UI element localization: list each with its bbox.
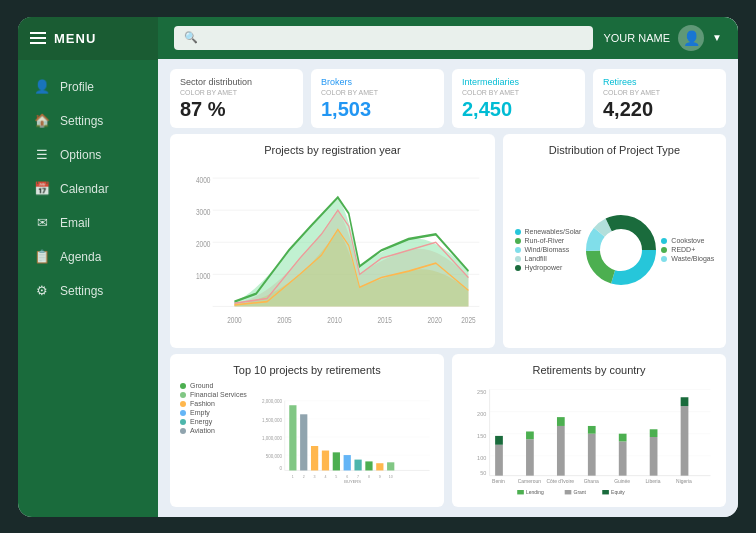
- legend-dot: [180, 392, 186, 398]
- sidebar-item-settings2[interactable]: ⚙ Settings: [18, 274, 158, 308]
- svg-text:Equity: Equity: [611, 491, 625, 496]
- svg-text:Benin: Benin: [492, 479, 505, 484]
- legend-dot: [180, 410, 186, 416]
- legend-item: Empty: [180, 409, 247, 416]
- legend-item: REDD+: [661, 246, 714, 253]
- line-chart-area: 4000 3000 2000 1000 2000 2005 2010 2015 …: [180, 162, 485, 339]
- legend-item: Landfill: [515, 255, 582, 262]
- donut-legend: Renewables/Solar Run-of-River Wind/Bioma…: [515, 228, 582, 271]
- legend-dot: [515, 229, 521, 235]
- user-menu-icon[interactable]: ▼: [712, 32, 722, 43]
- top10-chart-card: Top 10 projects by retirements Ground Fi…: [170, 354, 444, 506]
- hamburger-icon[interactable]: [30, 32, 46, 44]
- sidebar-item-label: Calendar: [60, 182, 109, 196]
- sidebar: MENU 👤 Profile 🏠 Settings ☰ Options 📅 Ca…: [18, 17, 158, 517]
- kpi-label-sector: Sector distribution: [180, 77, 293, 87]
- legend-item: Ground: [180, 382, 247, 389]
- svg-rect-73: [619, 434, 627, 442]
- svg-text:1,000,000: 1,000,000: [262, 436, 283, 441]
- svg-rect-66: [526, 439, 534, 475]
- svg-text:200: 200: [477, 411, 486, 417]
- svg-text:8: 8: [368, 475, 370, 479]
- sidebar-title: MENU: [54, 31, 96, 46]
- legend-dot: [661, 247, 667, 253]
- svg-text:BUYERS: BUYERS: [344, 479, 361, 484]
- profile-icon: 👤: [34, 79, 50, 95]
- svg-rect-65: [495, 436, 503, 445]
- svg-text:2,000,000: 2,000,000: [262, 400, 283, 405]
- kpi-sublabel-brokers: COLOR BY AMET: [321, 89, 434, 96]
- svg-text:2010: 2010: [327, 314, 342, 325]
- kpi-card-intermediaries: Intermediaries COLOR BY AMET 2,450: [452, 69, 585, 128]
- kpi-card-brokers: Brokers COLOR BY AMET 1,503: [311, 69, 444, 128]
- svg-rect-85: [517, 490, 524, 494]
- sidebar-nav: 👤 Profile 🏠 Settings ☰ Options 📅 Calenda…: [18, 60, 158, 308]
- svg-text:6: 6: [346, 475, 348, 479]
- svg-rect-77: [681, 397, 689, 406]
- donut-chart-area: Renewables/Solar Run-of-River Wind/Bioma…: [513, 162, 716, 339]
- line-chart-card: Projects by registration year 4000 3000 …: [170, 134, 495, 349]
- svg-text:2005: 2005: [277, 314, 292, 325]
- sidebar-item-label: Options: [60, 148, 101, 162]
- sidebar-item-options[interactable]: ☰ Options: [18, 138, 158, 172]
- svg-text:2: 2: [303, 475, 305, 479]
- top10-chart-title: Top 10 projects by retirements: [180, 364, 434, 376]
- svg-rect-40: [376, 463, 383, 470]
- kpi-label-retirees: Retirees: [603, 77, 716, 87]
- bottom-charts-row: Top 10 projects by retirements Ground Fi…: [158, 354, 738, 516]
- svg-text:2000: 2000: [196, 238, 211, 249]
- sidebar-item-email[interactable]: ✉ Email: [18, 206, 158, 240]
- country-chart-card: Retirements by country 250 200 150 100 5…: [452, 354, 726, 506]
- country-chart-title: Retirements by country: [462, 364, 716, 376]
- svg-rect-75: [650, 429, 658, 437]
- topbar: 🔍 YOUR NAME 👤 ▼: [158, 17, 738, 59]
- country-bar-chart-area: 250 200 150 100 50: [462, 382, 716, 496]
- calendar-icon: 📅: [34, 181, 50, 197]
- svg-text:150: 150: [477, 433, 486, 439]
- sidebar-item-agenda[interactable]: 📋 Agenda: [18, 240, 158, 274]
- svg-rect-64: [495, 445, 503, 476]
- donut-chart-title: Distribution of Project Type: [513, 144, 716, 156]
- gear-icon: ⚙: [34, 283, 50, 299]
- svg-rect-74: [650, 437, 658, 476]
- svg-text:Nigeria: Nigeria: [676, 479, 692, 484]
- svg-text:2000: 2000: [227, 314, 242, 325]
- donut-chart-card: Distribution of Project Type Renewables/…: [503, 134, 726, 349]
- svg-text:2020: 2020: [427, 314, 442, 325]
- sidebar-item-label: Profile: [60, 80, 94, 94]
- svg-rect-33: [300, 414, 307, 470]
- legend-dot: [661, 238, 667, 244]
- line-chart-title: Projects by registration year: [180, 144, 485, 156]
- svg-rect-34: [311, 446, 318, 470]
- legend-item: Aviation: [180, 427, 247, 434]
- svg-rect-37: [343, 455, 350, 470]
- svg-text:Liberia: Liberia: [646, 479, 661, 484]
- svg-rect-89: [602, 490, 609, 494]
- legend-item: Cookstove: [661, 237, 714, 244]
- svg-text:Ghana: Ghana: [584, 479, 599, 484]
- legend-dot: [180, 428, 186, 434]
- svg-text:10: 10: [389, 475, 393, 479]
- sidebar-header: MENU: [18, 17, 158, 60]
- svg-text:3000: 3000: [196, 206, 211, 217]
- svg-rect-68: [557, 426, 565, 476]
- svg-rect-69: [557, 417, 565, 426]
- sidebar-item-calendar[interactable]: 📅 Calendar: [18, 172, 158, 206]
- kpi-card-retirees: Retirees COLOR BY AMET 4,220: [593, 69, 726, 128]
- svg-rect-67: [526, 432, 534, 440]
- sidebar-item-settings[interactable]: 🏠 Settings: [18, 104, 158, 138]
- svg-point-20: [601, 230, 641, 270]
- options-icon: ☰: [34, 147, 50, 163]
- svg-rect-71: [588, 426, 596, 434]
- svg-rect-36: [333, 452, 340, 470]
- svg-text:4000: 4000: [196, 174, 211, 185]
- legend-dot: [661, 256, 667, 262]
- agenda-icon: 📋: [34, 249, 50, 265]
- kpi-value-retirees: 4,220: [603, 98, 716, 120]
- top-charts-row: Projects by registration year 4000 3000 …: [158, 134, 738, 355]
- sidebar-item-profile[interactable]: 👤 Profile: [18, 70, 158, 104]
- search-input[interactable]: [204, 31, 583, 45]
- search-bar[interactable]: 🔍: [174, 26, 593, 50]
- user-area: YOUR NAME 👤 ▼: [603, 25, 722, 51]
- svg-text:9: 9: [379, 475, 381, 479]
